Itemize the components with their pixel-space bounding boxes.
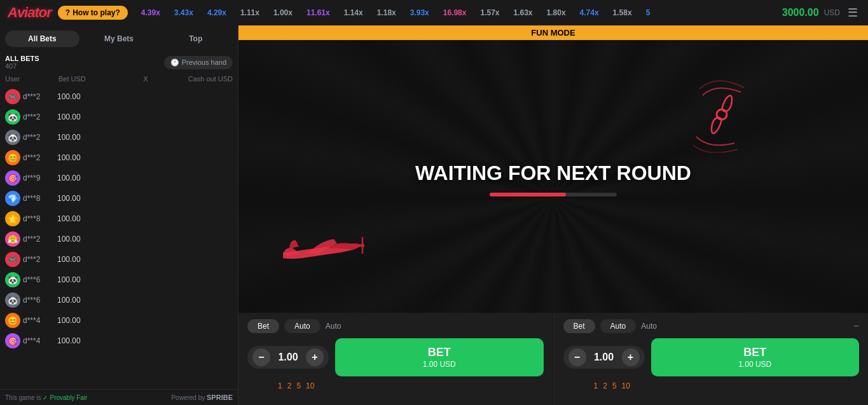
multiplier-badge: 3.93x	[406, 7, 433, 18]
amount-control: − 1.00 +	[563, 346, 645, 369]
col-cashout-header: Cash out USD	[158, 75, 233, 83]
bet-label: BET	[659, 346, 852, 360]
decrease-button[interactable]: −	[568, 348, 586, 366]
minimize-button[interactable]: −	[853, 320, 859, 332]
bet-button[interactable]: BET 1.00 USD	[335, 338, 544, 376]
clock-icon: 🕐	[170, 58, 179, 67]
username: d***2	[23, 92, 55, 101]
avatar: 🐼	[5, 272, 20, 287]
top-bar: Aviator ? How to play? 4.39x3.43x4.29x1.…	[0, 0, 868, 25]
avatar: 🐼	[5, 292, 20, 308]
increase-button[interactable]: +	[622, 348, 640, 366]
multiplier-badge: 4.74x	[576, 7, 603, 18]
bet-amount: 100.00	[57, 255, 133, 264]
quick-amount-10[interactable]: 10	[306, 381, 314, 390]
avatar: 🎮	[5, 89, 20, 104]
provably-fair-label: ✓ Provably Fair	[43, 394, 87, 401]
all-bets-title: ALL BETS	[5, 55, 39, 62]
bet-label: BET	[343, 346, 536, 360]
sidebar-footer: This game is ✓ Provably Fair Powered by …	[0, 389, 238, 405]
avatar: 💎	[5, 191, 20, 206]
avatar: 🐼	[5, 130, 20, 145]
quick-amount-2[interactable]: 2	[287, 381, 292, 390]
game-canvas: WAITING FOR NEXT ROUND	[238, 25, 868, 313]
quick-amount-2[interactable]: 2	[603, 381, 607, 390]
decrease-button[interactable]: −	[252, 348, 270, 366]
waiting-text: WAITING FOR NEXT ROUND	[415, 161, 691, 185]
multiplier-badge: 1.63x	[510, 7, 537, 18]
panel-tab-auto[interactable]: Auto	[284, 319, 320, 333]
col-bet-header: Bet USD	[59, 75, 134, 83]
balance-amount: 3000.00	[782, 7, 819, 18]
username: d***6	[23, 275, 55, 284]
menu-button[interactable]: ☰	[845, 3, 860, 22]
bet-amount-label: 1.00 USD	[343, 360, 536, 369]
quick-amount-1[interactable]: 1	[594, 381, 598, 390]
progress-bar	[490, 193, 617, 196]
multiplier-badge: 1.11x	[237, 7, 263, 18]
amount-value: 1.00	[591, 352, 617, 363]
shield-icon: ✓	[43, 394, 48, 401]
quick-amounts: 12510	[563, 381, 860, 390]
quick-amount-5[interactable]: 5	[296, 381, 301, 390]
multiplier-badge: 1.00x	[270, 7, 296, 18]
panel-tab-auto[interactable]: Auto	[326, 322, 341, 331]
table-row: 🎯 d***4 100.00	[0, 331, 238, 351]
bet-amount: 100.00	[57, 336, 133, 345]
table-row: 😤 d***2 100.00	[0, 229, 238, 249]
username: d***2	[23, 153, 55, 162]
sidebar-tab-all-bets[interactable]: All Bets	[5, 31, 79, 47]
panel-tabs: BetAuto Auto −	[563, 319, 860, 333]
avatar: 🎯	[5, 333, 20, 348]
sidebar-tab-my-bets[interactable]: My Bets	[82, 31, 156, 47]
bet-amount: 100.00	[57, 174, 133, 182]
quick-amount-10[interactable]: 10	[622, 381, 630, 390]
bet-amount: 100.00	[57, 214, 133, 223]
table-row: 😊 d***2 100.00	[0, 148, 238, 168]
bet-button[interactable]: BET 1.00 USD	[651, 338, 860, 376]
bet-amount: 100.00	[57, 316, 133, 325]
bet-amount: 100.00	[57, 296, 133, 305]
table-row: 🐼 d***6 100.00	[0, 290, 238, 310]
sidebar-header: ALL BETS 407 🕐 Previous hand	[0, 52, 238, 74]
panel-tab-bet[interactable]: Bet	[247, 319, 279, 333]
username: d***8	[23, 214, 55, 223]
sidebar-tab-top[interactable]: Top	[158, 31, 233, 47]
increase-button[interactable]: +	[306, 348, 324, 366]
multiplier-badge: 1.57x	[476, 7, 503, 18]
quick-amounts: 12510	[247, 381, 544, 390]
col-user-header: User	[5, 75, 56, 83]
multiplier-badge: 1.58x	[609, 7, 636, 18]
avatar: 🎯	[5, 170, 20, 186]
spribe-logo: SPRIBE	[207, 394, 233, 401]
bet-panel-panel2: BetAuto Auto − − 1.00 + BET 1.00 USD 125…	[554, 313, 869, 405]
username: d***2	[23, 113, 55, 121]
multiplier-badge: 11.61x	[303, 7, 334, 18]
username: d***9	[23, 174, 55, 182]
multiplier-badge: 16.98x	[439, 7, 471, 18]
how-to-play-button[interactable]: ? How to play?	[58, 6, 128, 20]
previous-hand-button[interactable]: 🕐 Previous hand	[164, 56, 233, 69]
panel-tab-auto[interactable]: Auto	[641, 322, 657, 331]
bet-amount: 100.00	[57, 194, 133, 203]
multiplier-badge: 4.39x	[137, 7, 164, 18]
quick-amount-5[interactable]: 5	[612, 381, 617, 390]
multipliers-bar: 4.39x3.43x4.29x1.11x1.00x11.61x1.14x1.18…	[128, 7, 782, 18]
bets-list: 🎮 d***2 100.00 🐼 d***2 100.00 🐼 d***2 10…	[0, 86, 238, 389]
bet-amount-label: 1.00 USD	[659, 360, 852, 369]
multiplier-badge: 1.18x	[373, 7, 400, 18]
multiplier-badge: 1.14x	[340, 7, 367, 18]
column-headers: User Bet USD X Cash out USD	[0, 74, 238, 86]
multiplier-badge: 5	[642, 7, 654, 18]
panel-tab-bet[interactable]: Bet	[563, 319, 595, 333]
bet-amount: 100.00	[57, 235, 133, 244]
multiplier-badge: 4.29x	[203, 7, 230, 18]
bet-controls: − 1.00 + BET 1.00 USD	[563, 338, 860, 376]
table-row: 🌟 d***8 100.00	[0, 209, 238, 229]
bet-amount: 100.00	[57, 275, 133, 284]
bet-amount: 100.00	[57, 113, 133, 121]
right-side: FUN MODE	[238, 25, 868, 405]
bottom-panels: BetAuto Auto − 1.00 + BET 1.00 USD 12510…	[238, 313, 868, 405]
panel-tab-auto[interactable]: Auto	[600, 319, 637, 333]
quick-amount-1[interactable]: 1	[278, 381, 282, 390]
